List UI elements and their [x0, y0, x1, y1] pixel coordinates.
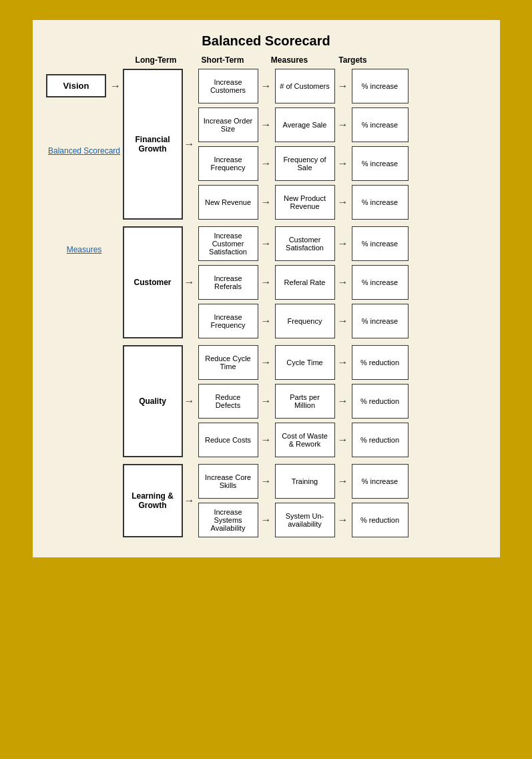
section-customer: Customer→Increase Customer Satisfaction→… — [123, 226, 487, 338]
measure-row-financial-3: New Product Revenue→ — [275, 185, 350, 220]
page-title: Balanced Scorecard — [46, 33, 487, 49]
target-box-customer-2: % increase — [352, 304, 409, 338]
measure-box-financial-1: Average Sale — [275, 107, 335, 142]
measure-arrow-quality-1: → — [338, 396, 348, 407]
shortterm-box-financial-3: New Revenue — [198, 185, 258, 220]
measure-box-quality-2: Cost of Waste & Rework — [275, 423, 335, 457]
left-sidebar: Vision → Balanced Scorecard Measures — [46, 69, 123, 255]
shortterm-arrow-financial-3: → — [261, 197, 272, 208]
vision-arrow: → — [110, 81, 121, 91]
vision-row: Vision → — [46, 74, 122, 97]
target-box-financial-0: % increase — [352, 69, 409, 103]
item-row-quality-1: Reduce Defects→ — [198, 384, 273, 419]
item-row-learning-0: Increase Core Skills→ — [198, 464, 273, 499]
measure-arrow-quality-0: → — [338, 357, 348, 368]
longterm-wrapper-customer: Customer→ — [123, 226, 196, 338]
measure-arrow-financial-1: → — [338, 119, 348, 130]
measures-link[interactable]: Measures — [67, 243, 102, 255]
section-learning: Learning & Growth→Increase Core Skills→I… — [123, 464, 487, 537]
shortterm-box-customer-0: Increase Customer Satisfaction — [198, 226, 258, 261]
shortterm-box-financial-2: Increase Frequency — [198, 146, 258, 181]
longterm-box-customer: Customer — [123, 226, 183, 338]
target-box-financial-2: % increase — [352, 146, 409, 181]
measure-row-learning-1: System Un- availability→ — [275, 503, 350, 537]
column-headers: Long-Term Short-Term Measures Targets — [123, 55, 487, 65]
shortterm-arrow-learning-0: → — [261, 476, 272, 487]
targets-col-learning: % increase% reduction — [352, 464, 409, 537]
measure-box-learning-1: System Un- availability — [275, 503, 335, 537]
item-row-quality-2: Reduce Costs→ — [198, 423, 273, 457]
section-quality: Quality→Reduce Cycle Time→Reduce Defects… — [123, 345, 487, 457]
item-row-financial-2: Increase Frequency→ — [198, 146, 273, 181]
target-box-financial-1: % increase — [352, 107, 409, 142]
measure-arrow-financial-2: → — [338, 158, 348, 169]
shortterm-box-learning-0: Increase Core Skills — [198, 464, 258, 499]
shortterm-box-quality-1: Reduce Defects — [198, 384, 258, 419]
shortterm-arrow-customer-0: → — [261, 238, 272, 249]
measure-row-quality-1: Parts per Million→ — [275, 384, 350, 419]
shortterm-arrow-learning-1: → — [261, 515, 272, 525]
sections-container: Financial Growth→Increase Customers→Incr… — [123, 69, 487, 537]
shortterm-arrow-quality-2: → — [261, 435, 272, 445]
target-box-quality-1: % reduction — [352, 384, 409, 419]
shortterm-box-customer-2: Increase Frequency — [198, 304, 258, 338]
shortterm-arrow-quality-1: → — [261, 396, 272, 407]
shortterm-arrow-financial-0: → — [261, 81, 272, 91]
measure-arrow-quality-2: → — [338, 435, 348, 445]
targets-col-financial: % increase% increase% increase% increase — [352, 69, 409, 220]
measure-arrow-customer-2: → — [338, 316, 348, 326]
measure-arrow-financial-3: → — [338, 197, 348, 208]
shortterm-col-quality: Reduce Cycle Time→Reduce Defects→Reduce … — [198, 345, 273, 457]
shortterm-arrow-financial-1: → — [261, 119, 272, 130]
item-row-financial-3: New Revenue→ — [198, 185, 273, 220]
section-financial: Financial Growth→Increase Customers→Incr… — [123, 69, 487, 220]
shortterm-col-customer: Increase Customer Satisfaction→Increase … — [198, 226, 273, 338]
shortterm-arrow-financial-2: → — [261, 158, 272, 169]
measure-arrow-financial-0: → — [338, 81, 348, 91]
longterm-arrow-learning: → — [184, 495, 195, 506]
col-header-targets: Targets — [323, 55, 383, 65]
col-header-longterm: Long-Term — [123, 55, 190, 65]
shortterm-box-financial-0: Increase Customers — [198, 69, 258, 103]
measures-col-customer: Customer Satisfaction→Referal Rate→Frequ… — [275, 226, 350, 338]
measure-row-customer-2: Frequency→ — [275, 304, 350, 338]
page: Balanced Scorecard Long-Term Short-Term … — [33, 20, 500, 557]
target-box-financial-3: % increase — [352, 185, 409, 220]
item-row-learning-1: Increase Systems Availability→ — [198, 503, 273, 537]
shortterm-col-learning: Increase Core Skills→Increase Systems Av… — [198, 464, 273, 537]
targets-col-customer: % increase% increase% increase — [352, 226, 409, 338]
measure-box-learning-0: Training — [275, 464, 335, 499]
shortterm-col-financial: Increase Customers→Increase Order Size→I… — [198, 69, 273, 220]
longterm-wrapper-learning: Learning & Growth→ — [123, 464, 196, 537]
shortterm-arrow-customer-1: → — [261, 277, 272, 288]
shortterm-box-quality-2: Reduce Costs — [198, 423, 258, 457]
measure-box-quality-0: Cycle Time — [275, 345, 335, 380]
col-header-measures: Measures — [256, 55, 323, 65]
target-box-quality-2: % reduction — [352, 423, 409, 457]
shortterm-box-customer-1: Increase Referals — [198, 265, 258, 300]
shortterm-box-quality-0: Reduce Cycle Time — [198, 345, 258, 380]
measure-box-customer-1: Referal Rate — [275, 265, 335, 300]
balanced-scorecard-link[interactable]: Balanced Scorecard — [48, 144, 120, 156]
measure-row-financial-2: Frequency of Sale→ — [275, 146, 350, 181]
target-box-learning-0: % increase — [352, 464, 409, 499]
measures-col-quality: Cycle Time→Parts per Million→Cost of Was… — [275, 345, 350, 457]
measure-arrow-customer-1: → — [338, 277, 348, 288]
longterm-box-learning: Learning & Growth — [123, 464, 183, 537]
item-row-customer-2: Increase Frequency→ — [198, 304, 273, 338]
shortterm-arrow-quality-0: → — [261, 357, 272, 368]
item-row-financial-1: Increase Order Size→ — [198, 107, 273, 142]
measure-row-quality-2: Cost of Waste & Rework→ — [275, 423, 350, 457]
measure-row-financial-1: Average Sale→ — [275, 107, 350, 142]
shortterm-box-financial-1: Increase Order Size — [198, 107, 258, 142]
vision-box: Vision — [46, 74, 106, 97]
item-row-quality-0: Reduce Cycle Time→ — [198, 345, 273, 380]
col-header-shortterm: Short-Term — [190, 55, 256, 65]
item-row-financial-0: Increase Customers→ — [198, 69, 273, 103]
measure-row-learning-0: Training→ — [275, 464, 350, 499]
measure-box-quality-1: Parts per Million — [275, 384, 335, 419]
targets-col-quality: % reduction% reduction% reduction — [352, 345, 409, 457]
shortterm-arrow-customer-2: → — [261, 316, 272, 326]
longterm-arrow-quality: → — [184, 396, 195, 407]
measure-box-financial-2: Frequency of Sale — [275, 146, 335, 181]
